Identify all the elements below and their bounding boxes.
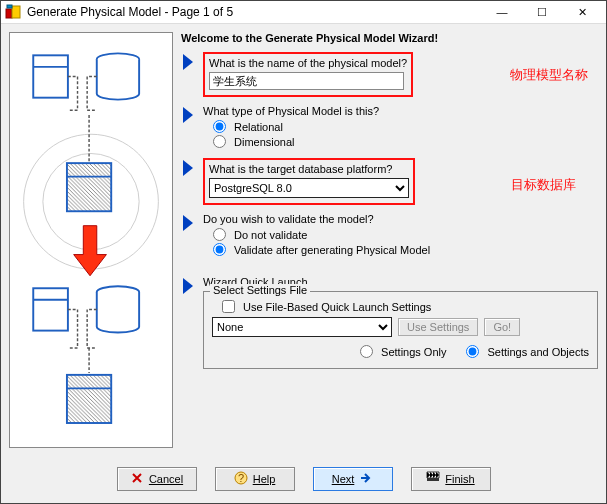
section-quicklaunch: Wizard Quick Launch Select Settings File… (181, 276, 598, 369)
svg-rect-14 (67, 375, 111, 423)
highlight-box-name: What is the name of the physical model? (203, 52, 413, 97)
svg-rect-5 (33, 55, 68, 97)
maximize-button[interactable]: ☐ (522, 1, 562, 23)
next-icon (359, 471, 373, 487)
help-icon: ? (234, 471, 248, 487)
quicklaunch-fieldset: Select Settings File Use File-Based Quic… (203, 291, 598, 369)
model-name-input[interactable] (209, 72, 404, 90)
platform-select[interactable]: PostgreSQL 8.0 (209, 178, 409, 198)
section-model-name: What is the name of the physical model? … (181, 52, 598, 97)
next-label: Next (332, 473, 355, 485)
radio-relational-label: Relational (234, 121, 283, 133)
radio-settings-objects[interactable] (466, 345, 479, 358)
svg-rect-2 (7, 5, 12, 8)
arrow-icon (183, 278, 193, 294)
cancel-icon (130, 471, 144, 487)
wizard-main: Welcome to the Generate Physical Model W… (181, 32, 598, 448)
arrow-icon (183, 160, 193, 176)
title-bar: Generate Physical Model - Page 1 of 5 — … (1, 1, 606, 24)
arrow-icon (183, 54, 193, 70)
radio-validate-after[interactable] (213, 243, 226, 256)
finish-icon (426, 471, 440, 487)
help-button[interactable]: ? Help (215, 467, 295, 491)
settings-file-select[interactable]: None (212, 317, 392, 337)
next-button[interactable]: Next (313, 467, 393, 491)
minimize-button[interactable]: — (482, 1, 522, 23)
dialog-body: Welcome to the Generate Physical Model W… (1, 24, 606, 456)
svg-text:?: ? (238, 472, 244, 484)
annotation-platform: 目标数据库 (511, 176, 576, 194)
section-validate: Do you wish to validate the model? Do no… (181, 213, 598, 258)
help-label: Help (253, 473, 276, 485)
close-button[interactable]: ✕ (562, 1, 602, 23)
label-platform: What is the target database platform? (209, 163, 409, 175)
label-validate: Do you wish to validate the model? (203, 213, 598, 225)
svg-rect-11 (33, 288, 68, 330)
check-filebased[interactable] (222, 300, 235, 313)
radio-dimensional[interactable] (213, 135, 226, 148)
cancel-label: Cancel (149, 473, 183, 485)
app-icon (5, 4, 21, 20)
check-filebased-label: Use File-Based Quick Launch Settings (243, 301, 431, 313)
window-title: Generate Physical Model - Page 1 of 5 (27, 5, 482, 19)
fieldset-legend: Select Settings File (210, 284, 310, 296)
cancel-button[interactable]: Cancel (117, 467, 197, 491)
radio-settings-only[interactable] (360, 345, 373, 358)
arrow-icon (183, 107, 193, 123)
label-model-name: What is the name of the physical model? (209, 57, 407, 69)
wizard-footer: Cancel ? Help Next Finish (1, 456, 606, 503)
svg-rect-1 (12, 6, 20, 18)
radio-no-validate-label: Do not validate (234, 229, 307, 241)
radio-settings-only-label: Settings Only (381, 346, 446, 358)
arrow-icon (183, 215, 193, 231)
finish-label: Finish (445, 473, 474, 485)
welcome-heading: Welcome to the Generate Physical Model W… (181, 32, 598, 44)
annotation-name: 物理模型名称 (510, 66, 588, 84)
section-platform: What is the target database platform? Po… (181, 158, 598, 205)
radio-dimensional-label: Dimensional (234, 136, 295, 148)
label-model-type: What type of Physical Model is this? (203, 105, 598, 117)
use-settings-button[interactable]: Use Settings (398, 318, 478, 336)
wizard-illustration (9, 32, 173, 448)
radio-no-validate[interactable] (213, 228, 226, 241)
svg-rect-0 (6, 9, 12, 18)
go-button[interactable]: Go! (484, 318, 520, 336)
highlight-box-platform: What is the target database platform? Po… (203, 158, 415, 205)
radio-settings-objects-label: Settings and Objects (487, 346, 589, 358)
finish-button[interactable]: Finish (411, 467, 491, 491)
section-model-type: What type of Physical Model is this? Rel… (181, 105, 598, 150)
dialog-window: Generate Physical Model - Page 1 of 5 — … (0, 0, 607, 504)
radio-relational[interactable] (213, 120, 226, 133)
radio-validate-after-label: Validate after generating Physical Model (234, 244, 430, 256)
svg-rect-8 (67, 163, 111, 211)
